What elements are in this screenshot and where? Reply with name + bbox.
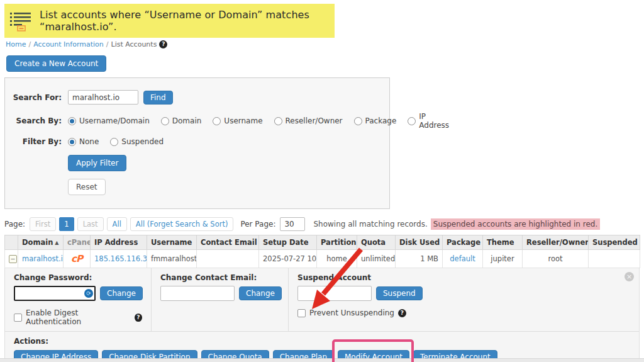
find-button[interactable]: Find xyxy=(143,91,173,105)
last-page-button[interactable]: Last xyxy=(77,217,104,231)
list-accounts-page: List accounts where “Username or Domain”… xyxy=(0,0,644,362)
actions-label: Actions: xyxy=(14,337,630,346)
radio-label: Domain xyxy=(172,116,202,125)
page-title-banner: List accounts where “Username or Domain”… xyxy=(4,4,335,38)
header-package[interactable]: Package xyxy=(443,235,483,250)
search-by-radio-group: Username/Domain Domain Username Reseller… xyxy=(68,112,449,130)
suspended-cell xyxy=(589,250,640,268)
change-email-section: Change Contact Email: Change xyxy=(151,268,288,331)
radio-package[interactable]: Package xyxy=(354,116,397,125)
radio-icon xyxy=(161,117,169,125)
change-email-label: Change Contact Email: xyxy=(160,273,279,282)
suspend-button[interactable]: Suspend xyxy=(376,286,423,300)
header-domain[interactable]: Domain▲ xyxy=(18,235,64,250)
radio-icon xyxy=(110,138,118,146)
radio-icon xyxy=(354,117,362,125)
suspend-account-label: Suspend Account xyxy=(297,273,630,282)
table-header-row: Domain▲ cPanel IP Address Username Conta… xyxy=(5,235,640,250)
page-title: List accounts where “Username or Domain”… xyxy=(40,9,326,33)
header-reseller-owner[interactable]: Reseller/Owner xyxy=(523,235,589,250)
create-new-account-button[interactable]: Create a New Account xyxy=(6,55,106,72)
username-cell: fmmaralhost xyxy=(147,250,197,268)
accounts-table: Domain▲ cPanel IP Address Username Conta… xyxy=(4,235,640,268)
actions-section: Actions: Change IP Address Change Disk P… xyxy=(5,331,639,362)
account-detail-panel: × Change Password: ⟳ Change Enable Diges… xyxy=(4,268,640,362)
current-page-button[interactable]: 1 xyxy=(59,217,74,231)
search-input[interactable] xyxy=(68,90,138,105)
radio-icon xyxy=(68,138,76,146)
radio-label: Username/Domain xyxy=(79,116,150,125)
prevent-unsuspending-help-icon[interactable]: ? xyxy=(398,309,406,317)
breadcrumb: Home / Account Information / List Accoun… xyxy=(6,40,638,48)
breadcrumb-home-link[interactable]: Home xyxy=(6,40,26,48)
list-accounts-icon xyxy=(9,10,32,31)
sort-asc-icon: ▲ xyxy=(55,240,58,246)
search-panel: Search For: Find Search By: Username/Dom… xyxy=(4,77,390,209)
header-disk-used[interactable]: Disk Used xyxy=(396,235,443,250)
radio-icon xyxy=(68,117,76,125)
radio-username-domain[interactable]: Username/Domain xyxy=(68,116,150,125)
reseller-owner-cell: root xyxy=(523,250,589,268)
suspend-account-section: Suspend Account Suspend Prevent Unsuspen… xyxy=(288,268,639,331)
generate-password-icon[interactable]: ⟳ xyxy=(84,289,93,298)
setup-date-cell: 2025-07-27 10:00 xyxy=(259,250,317,268)
change-email-button[interactable]: Change xyxy=(239,286,282,300)
first-page-button[interactable]: First xyxy=(30,217,56,231)
close-panel-icon[interactable]: × xyxy=(625,272,634,281)
radio-label: None xyxy=(79,137,99,146)
radio-domain[interactable]: Domain xyxy=(161,116,202,125)
radio-reseller-owner[interactable]: Reseller/Owner xyxy=(274,116,343,125)
domain-link[interactable]: maralhost.io xyxy=(22,254,64,263)
filter-by-row: Filter By: None Suspended xyxy=(5,137,389,146)
search-for-label: Search For: xyxy=(5,93,68,102)
prevent-unsuspending-label: Prevent Unsuspending xyxy=(309,308,394,317)
header-setup-date[interactable]: Setup Date xyxy=(259,235,317,250)
suspended-note: Suspended accounts are highlighted in re… xyxy=(431,218,600,230)
radio-username[interactable]: Username xyxy=(213,116,262,125)
header-suspended[interactable]: Suspended xyxy=(589,235,640,250)
header-theme[interactable]: Theme xyxy=(483,235,523,250)
radio-filter-suspended[interactable]: Suspended xyxy=(110,137,164,146)
contact-email-cell xyxy=(197,250,259,268)
filter-by-label: Filter By: xyxy=(5,137,68,146)
per-page-input[interactable] xyxy=(280,217,305,231)
quota-cell: unlimited xyxy=(357,250,396,268)
reset-button[interactable]: Reset xyxy=(68,179,106,195)
header-ip-address[interactable]: IP Address xyxy=(91,235,147,250)
breadcrumb-current: List Accounts xyxy=(111,40,157,48)
header-partition[interactable]: Partition xyxy=(317,235,357,250)
collapse-row-icon[interactable]: − xyxy=(9,255,17,263)
ip-address-link[interactable]: 185.165.116.36 xyxy=(94,254,147,263)
digest-auth-checkbox[interactable] xyxy=(14,314,22,322)
partition-cell: home xyxy=(317,250,357,268)
all-pages-button[interactable]: All xyxy=(107,217,127,231)
breadcrumb-separator: / xyxy=(106,40,109,48)
contact-email-input[interactable] xyxy=(160,286,235,301)
cpanel-login-icon[interactable]: cP xyxy=(71,253,82,264)
per-page-label: Per Page: xyxy=(240,220,275,229)
digest-auth-help-icon[interactable]: ? xyxy=(135,314,142,322)
change-password-button[interactable]: Change xyxy=(100,286,143,300)
apply-filter-button[interactable]: Apply Filter xyxy=(68,155,126,171)
radio-label: Reseller/Owner xyxy=(286,116,343,125)
breadcrumb-account-information-link[interactable]: Account Information xyxy=(33,40,104,48)
header-username[interactable]: Username xyxy=(147,235,197,250)
radio-label: Package xyxy=(365,116,397,125)
radio-ip-address[interactable]: IP Address xyxy=(408,112,449,130)
disk-used-cell: 1 MB xyxy=(396,250,443,268)
prevent-unsuspending-checkbox[interactable] xyxy=(297,309,306,317)
breadcrumb-separator: / xyxy=(28,40,31,48)
reset-row: Reset xyxy=(5,179,389,195)
change-password-section: Change Password: ⟳ Change Enable Digest … xyxy=(5,268,151,331)
header-quota[interactable]: Quota xyxy=(357,235,396,250)
suspend-reason-input[interactable] xyxy=(297,286,372,301)
account-row: − maralhost.io cP 185.165.116.36 fmmaral… xyxy=(5,250,640,268)
radio-filter-none[interactable]: None xyxy=(68,137,99,146)
header-contact-email[interactable]: Contact Email xyxy=(197,235,259,250)
new-password-input[interactable] xyxy=(14,286,96,301)
package-link[interactable]: default xyxy=(450,254,475,263)
all-forget-search-sort-button[interactable]: All (Forget Search & Sort) xyxy=(130,217,234,231)
page-help-icon[interactable]: ? xyxy=(159,40,167,48)
header-cpanel[interactable]: cPanel xyxy=(64,235,91,250)
theme-cell: jupiter xyxy=(483,250,523,268)
